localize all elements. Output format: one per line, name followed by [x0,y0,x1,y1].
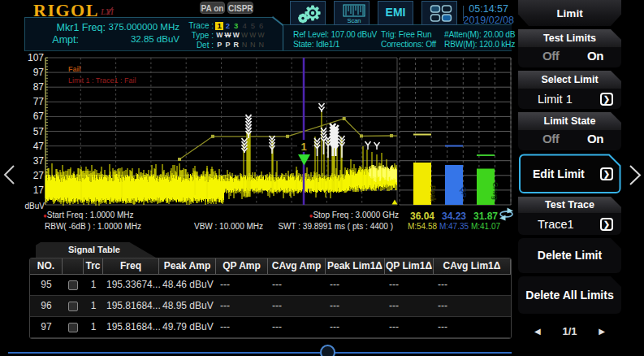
svg-text:36.04: 36.04 [410,211,434,222]
svg-text:Peak: Peak [429,185,437,202]
svg-text:47: 47 [33,141,45,152]
svg-text:CAvg: CAvg [491,182,499,200]
svg-text:87: 87 [33,81,45,93]
svg-text:107: 107 [28,52,44,63]
svg-text:Limit 1 : Trace1 : Fail: Limit 1 : Trace1 : Fail [68,76,136,85]
svg-text:57: 57 [33,126,45,137]
svg-text:77: 77 [33,96,45,107]
svg-text:dBuV: dBuV [25,202,45,211]
svg-text:M:47.35: M:47.35 [439,222,469,231]
svg-text:27: 27 [33,170,45,181]
svg-text:37: 37 [33,155,45,167]
svg-text:67: 67 [33,111,45,122]
svg-text:17: 17 [33,185,45,196]
svg-text:1: 1 [300,141,306,153]
svg-text:97: 97 [33,67,45,78]
svg-text:M:54.58: M:54.58 [408,222,438,231]
svg-text:QP: QP [460,187,468,198]
svg-text:34.23: 34.23 [442,211,466,222]
svg-text:31.87: 31.87 [473,211,498,222]
svg-text:Fail: Fail [68,65,81,73]
svg-text:M:41.07: M:41.07 [471,222,501,231]
